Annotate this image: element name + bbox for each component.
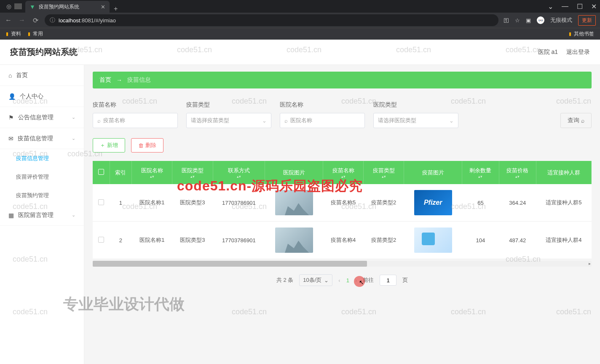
app-title: 疫苗预约网站系统	[10, 46, 78, 58]
vaccine-image: Pfizer	[414, 190, 452, 215]
browser-tab[interactable]: ▼ 疫苗预约网站系统 ✕	[25, 1, 110, 13]
search-icon: ⌕	[284, 118, 288, 124]
minimize-icon[interactable]: —	[562, 3, 568, 11]
tab-title: 疫苗预约网站系统	[39, 3, 97, 11]
flag-icon: ⚑	[8, 114, 14, 121]
chevron-down-icon: ⌄	[262, 118, 267, 124]
sort-icon: ▴▾	[216, 175, 262, 178]
prev-page-button[interactable]: ‹	[338, 277, 340, 284]
chevron-down-icon: ⌄	[72, 136, 75, 141]
app-header: 疫苗预约网站系统 医院 a1 退出登录	[0, 40, 600, 65]
breadcrumb: 首页 → 疫苗信息	[93, 72, 592, 88]
sidebar: ⌂ 首页 👤 个人中心 ⚑ 公告信息管理 ⌄ ✉ 疫苗信息管理 ⌄ 疫苗信息管理…	[0, 65, 84, 364]
url-text: localhost:8081/#/yimiao	[59, 17, 116, 24]
col-vtype[interactable]: 疫苗类型▴▾	[364, 161, 404, 184]
incognito-label: 无痕模式	[550, 16, 572, 24]
row-checkbox[interactable]	[98, 237, 104, 243]
new-tab-button[interactable]: +	[114, 5, 118, 13]
scrollbar-thumb[interactable]	[93, 261, 367, 267]
select-all-checkbox[interactable]	[98, 169, 104, 175]
star-icon[interactable]: ☆	[515, 17, 520, 24]
browser-tab-strip: ◎ ▼ 疫苗预约网站系统 ✕ + ⌄ — ☐ ✕	[0, 0, 600, 13]
add-button[interactable]: ＋新增	[93, 138, 125, 153]
key-icon[interactable]: ⚿	[504, 17, 509, 24]
bookmark-folder[interactable]: ▮常用	[28, 30, 43, 37]
close-window-icon[interactable]: ✕	[591, 3, 597, 11]
horizontal-scrollbar[interactable]: ▸	[93, 261, 592, 267]
search-icon: ⌕	[581, 117, 584, 124]
update-button[interactable]: 更新	[578, 15, 596, 26]
sidebar-item-message[interactable]: ▦ 医院留言管理 ⌄	[0, 205, 84, 226]
trash-icon: 🗑	[138, 142, 144, 149]
goto-page-input[interactable]	[380, 275, 396, 286]
bookmark-other[interactable]: ▮其他书签	[569, 30, 594, 37]
sidebar-item-vaccine[interactable]: ✉ 疫苗信息管理 ⌄	[0, 128, 84, 149]
breadcrumb-home[interactable]: 首页	[99, 76, 111, 84]
hospital-image	[275, 228, 313, 253]
hospital-image	[275, 190, 313, 215]
table-row[interactable]: 1 医院名称1 医院类型3 17703786901 疫苗名称5 疫苗类型2 Pf…	[93, 184, 592, 222]
maximize-icon[interactable]: ☐	[577, 3, 583, 11]
system-icon: ◎	[3, 1, 14, 12]
scroll-right-icon[interactable]: ▸	[589, 261, 591, 267]
col-index[interactable]: 索引	[110, 161, 132, 184]
sort-icon: ▴▾	[326, 175, 361, 178]
sort-icon: ▴▾	[175, 175, 210, 178]
url-bar[interactable]: ⓘ localhost:8081/#/yimiao	[45, 14, 498, 26]
forward-icon[interactable]: →	[18, 16, 26, 24]
filter-label: 疫苗名称	[93, 101, 178, 109]
search-button[interactable]: 查询 ⌕	[560, 113, 592, 128]
sidebar-item-profile[interactable]: 👤 个人中心	[0, 86, 84, 107]
vaccine-type-select[interactable]: 请选择疫苗类型⌄	[186, 113, 271, 128]
user-icon: 👤	[8, 93, 16, 100]
sidebar-sub-vaccine-info[interactable]: 疫苗信息管理	[16, 149, 84, 168]
grid-icon: ▦	[8, 212, 14, 219]
vaccine-name-input[interactable]: ⌕疫苗名称	[93, 113, 178, 128]
browser-nav-bar: ← → ⟳ ⓘ localhost:8081/#/yimiao ⚿ ☆ ▣ 👓 …	[0, 13, 600, 28]
row-checkbox[interactable]	[98, 199, 104, 205]
bookmark-folder[interactable]: ▮资料	[6, 30, 21, 37]
user-label[interactable]: 医院 a1	[538, 48, 558, 56]
folder-icon: ▮	[6, 31, 8, 37]
filter-row: 疫苗名称 ⌕疫苗名称 疫苗类型 请选择疫苗类型⌄ 医院名称 ⌕医院名称 医院类型…	[93, 101, 592, 128]
envelope-icon: ✉	[8, 135, 13, 142]
hospital-name-input[interactable]: ⌕医院名称	[280, 113, 365, 128]
logout-link[interactable]: 退出登录	[566, 48, 590, 56]
hospital-type-select[interactable]: 请选择医院类型⌄	[373, 113, 458, 128]
table-row[interactable]: 2 医院名称1 医院类型3 17703786901 疫苗名称4 疫苗类型2 10…	[93, 222, 592, 259]
col-price[interactable]: 疫苗价格▴▾	[499, 161, 536, 184]
filter-label: 疫苗类型	[186, 101, 271, 109]
home-icon: ⌂	[8, 72, 12, 79]
content-area: 首页 → 疫苗信息 疫苗名称 ⌕疫苗名称 疫苗类型 请选择疫苗类型⌄ 医院名称 …	[84, 65, 600, 364]
window-controls: ⌄ — ☐ ✕	[548, 3, 597, 11]
sidebar-sub-vaccine-book[interactable]: 疫苗预约管理	[16, 186, 84, 205]
reload-icon[interactable]: ⟳	[31, 16, 40, 24]
plus-icon: ＋	[100, 142, 105, 149]
col-vname[interactable]: 疫苗名称▴▾	[323, 161, 363, 184]
col-qty[interactable]: 剩余数量▴▾	[462, 161, 499, 184]
incognito-icon: 👓	[537, 16, 544, 24]
sidebar-sub-vaccine-review[interactable]: 疫苗评价管理	[16, 168, 84, 186]
page-number[interactable]: 1	[346, 277, 349, 284]
sort-icon: ▴▾	[465, 175, 496, 178]
close-icon[interactable]: ✕	[101, 4, 105, 10]
col-vimg: 疫苗图片	[404, 161, 462, 184]
data-table: 索引 医院名称▴▾ 医院类型▴▾ 联系方式▴▾ 医院图片 疫苗名称▴▾ 疫苗类型…	[93, 161, 592, 259]
extension-icon[interactable]: ▣	[526, 17, 531, 24]
sidebar-submenu-vaccine: 疫苗信息管理 疫苗评价管理 疫苗预约管理	[0, 149, 84, 205]
folder-icon: ▮	[569, 31, 571, 37]
vaccine-image	[414, 228, 452, 253]
cursor-icon: ↖	[359, 279, 364, 286]
col-htype[interactable]: 医院类型▴▾	[172, 161, 213, 184]
breadcrumb-current: 疫苗信息	[127, 76, 151, 84]
col-hname[interactable]: 医院名称▴▾	[132, 161, 172, 184]
back-icon[interactable]: ←	[4, 16, 13, 24]
sidebar-item-home[interactable]: ⌂ 首页	[0, 65, 84, 86]
delete-button[interactable]: 🗑删除	[131, 138, 163, 153]
col-phone[interactable]: 联系方式▴▾	[213, 161, 265, 184]
app-icon	[14, 3, 22, 9]
filter-label: 医院名称	[280, 101, 365, 109]
chevron-down-icon[interactable]: ⌄	[548, 3, 553, 11]
sidebar-item-notice[interactable]: ⚑ 公告信息管理 ⌄	[0, 107, 84, 128]
page-size-select[interactable]: 10条/页⌄	[299, 274, 332, 286]
